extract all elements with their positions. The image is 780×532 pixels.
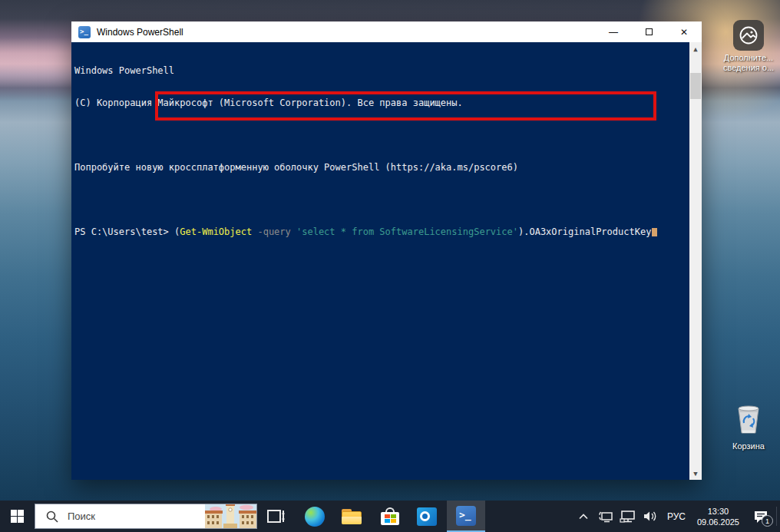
windows-logo-icon [11, 510, 24, 523]
recycle-bin-label: Корзина [716, 441, 780, 451]
powershell-window: Windows PowerShell — ✕ Windows PowerShel… [71, 21, 702, 480]
command-tail: ).OA3xOriginalProductKey [518, 226, 651, 237]
scroll-up-icon[interactable]: ▲ [689, 42, 702, 55]
tray-network-button[interactable] [620, 501, 636, 532]
command-parameter: -query [252, 226, 296, 237]
scroll-down-icon[interactable]: ▼ [689, 467, 702, 480]
search-highlight-image[interactable] [205, 504, 256, 529]
notification-badge: 1 [762, 515, 773, 527]
file-explorer-icon [342, 509, 362, 524]
window-title: Windows PowerShell [97, 27, 183, 38]
start-button[interactable] [0, 501, 35, 532]
console-command-line: PS C:\Users\test> (Get-WmiObject -query … [74, 226, 702, 237]
close-button[interactable]: ✕ [666, 21, 702, 42]
show-desktop-divider[interactable] [776, 507, 777, 526]
tray-volume-button[interactable] [642, 501, 659, 532]
console-line: (C) Корпорация Майкрософт (Microsoft Cor… [74, 97, 702, 108]
task-view-icon [267, 509, 286, 524]
window-titlebar[interactable]: Windows PowerShell — ✕ [71, 21, 702, 42]
desktop-shortcut-recycle-bin[interactable]: Корзина [716, 402, 780, 451]
taskbar-button-powershell-active[interactable] [447, 501, 485, 532]
shortcut-info-label-line1: Дополните... [716, 53, 780, 63]
desktop: Дополните... сведения о... Корзина [0, 0, 780, 532]
microsoft-store-icon [381, 508, 399, 525]
shortcut-info-label-line2: сведения о... [716, 63, 780, 73]
ethernet-network-icon [620, 510, 636, 524]
console-line: Попробуйте новую кроссплатформенную обол… [74, 162, 702, 173]
prompt: PS C:\Users\test> [74, 226, 174, 237]
text-cursor [652, 228, 657, 236]
maximize-icon [646, 28, 653, 35]
chevron-up-icon [579, 514, 588, 520]
command-string: 'select * from SoftwareLicensingService' [296, 226, 518, 237]
edge-icon [305, 507, 325, 527]
clock-date: 09.06.2025 [697, 517, 739, 527]
powershell-icon [456, 506, 476, 526]
language-indicator[interactable]: РУС [664, 511, 689, 522]
taskbar-button-outlook[interactable] [410, 501, 444, 532]
minimize-button[interactable]: — [596, 21, 631, 42]
taskbar-button-file-explorer[interactable] [335, 501, 369, 532]
search-input[interactable]: Поиск [35, 504, 257, 529]
photo-icon [733, 20, 764, 51]
cast-icon [598, 510, 613, 524]
desktop-shortcut-info[interactable]: Дополните... сведения о... [716, 20, 780, 73]
taskbar-clock[interactable]: 13:30 09.06.2025 [694, 506, 742, 527]
scrollbar-thumb[interactable] [690, 73, 701, 99]
clock-time: 13:30 [697, 506, 739, 517]
action-center-button[interactable]: 1 [748, 501, 774, 532]
taskbar-button-edge[interactable] [298, 501, 332, 532]
search-placeholder: Поиск [68, 511, 205, 522]
search-icon [46, 511, 58, 523]
console-line: Windows PowerShell [74, 65, 702, 76]
taskbar-button-microsoft-store[interactable] [373, 501, 407, 532]
console-blank-line [74, 194, 702, 205]
taskbar-button-task-view[interactable] [261, 501, 292, 532]
system-tray: РУС 13:30 09.06.2025 1 [575, 501, 774, 532]
console-blank-line [74, 130, 702, 140]
command-cmdlet: Get-WmiObject [180, 226, 252, 237]
powershell-window-icon[interactable] [78, 26, 91, 38]
recycle-bin-icon [716, 402, 780, 439]
maximize-button[interactable] [631, 21, 666, 42]
taskbar: Поиск [0, 501, 780, 532]
tray-cast-button[interactable] [597, 501, 614, 532]
scrollbar[interactable]: ▲ ▼ [689, 42, 702, 480]
show-hidden-icons-button[interactable] [575, 501, 592, 532]
console-output[interactable]: Windows PowerShell (C) Корпорация Майкро… [71, 42, 702, 480]
speaker-icon [643, 510, 658, 523]
outlook-icon [417, 507, 437, 526]
